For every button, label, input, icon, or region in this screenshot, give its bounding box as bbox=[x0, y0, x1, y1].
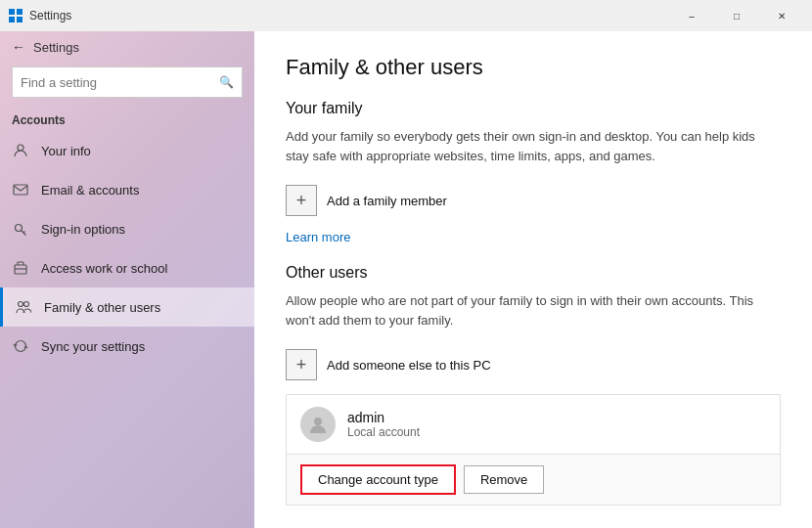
briefcase-icon bbox=[12, 259, 29, 277]
sidebar-back-label: Settings bbox=[33, 40, 79, 55]
add-other-user-row[interactable]: + Add someone else to this PC bbox=[286, 343, 781, 386]
search-input[interactable] bbox=[21, 75, 219, 90]
user-card-top: admin Local account bbox=[287, 395, 780, 454]
sidebar-item-email-accounts[interactable]: Email & accounts bbox=[0, 170, 254, 209]
sidebar-search-box[interactable]: 🔍 bbox=[12, 66, 243, 98]
sidebar-item-sync[interactable]: Sync your settings bbox=[0, 327, 254, 366]
window-title: Settings bbox=[29, 9, 669, 22]
person-icon bbox=[12, 142, 29, 159]
add-family-label: Add a family member bbox=[327, 194, 447, 208]
user-card-admin: admin Local account Change account type … bbox=[286, 394, 781, 506]
svg-rect-1 bbox=[17, 9, 23, 15]
sidebar: ← Settings 🔍 Accounts Your info bbox=[0, 31, 254, 528]
key-icon bbox=[12, 220, 29, 238]
sidebar-item-label-work: Access work or school bbox=[41, 261, 167, 276]
svg-point-11 bbox=[314, 418, 322, 425]
main-panel: Family & other users Your family Add you… bbox=[254, 31, 812, 528]
user-card-actions: Change account type Remove bbox=[287, 454, 780, 505]
sidebar-item-family-users[interactable]: Family & other users bbox=[0, 287, 254, 327]
svg-point-4 bbox=[18, 145, 23, 151]
sidebar-item-label-email: Email & accounts bbox=[41, 183, 139, 198]
maximize-button[interactable]: □ bbox=[714, 0, 759, 31]
svg-rect-5 bbox=[14, 185, 27, 195]
remove-user-button[interactable]: Remove bbox=[464, 465, 544, 494]
other-users-title: Other users bbox=[286, 264, 781, 282]
window-controls: – □ ✕ bbox=[669, 0, 804, 31]
sidebar-back-button[interactable]: ← Settings bbox=[0, 31, 254, 63]
user-type: Local account bbox=[347, 425, 420, 439]
user-avatar bbox=[300, 407, 336, 442]
svg-rect-3 bbox=[17, 17, 23, 22]
sidebar-item-label-signin: Sign-in options bbox=[41, 222, 125, 237]
add-other-plus-icon: + bbox=[286, 349, 317, 380]
svg-rect-2 bbox=[9, 17, 15, 22]
other-users-description: Allow people who are not part of your fa… bbox=[286, 291, 781, 330]
add-family-plus-icon: + bbox=[286, 185, 317, 216]
sidebar-item-label-family: Family & other users bbox=[44, 300, 160, 315]
sidebar-section-accounts: Accounts bbox=[0, 106, 254, 131]
add-other-label: Add someone else to this PC bbox=[327, 358, 491, 373]
app-body: ← Settings 🔍 Accounts Your info bbox=[0, 31, 812, 528]
add-family-member-row[interactable]: + Add a family member bbox=[286, 179, 781, 222]
page-title: Family & other users bbox=[286, 55, 781, 80]
learn-more-link[interactable]: Learn more bbox=[286, 230, 350, 244]
user-info: admin Local account bbox=[347, 410, 420, 439]
app-icon bbox=[8, 8, 23, 23]
svg-point-9 bbox=[19, 302, 23, 307]
sidebar-item-your-info[interactable]: Your info bbox=[0, 131, 254, 170]
your-family-description: Add your family so everybody gets their … bbox=[286, 127, 781, 165]
svg-rect-0 bbox=[9, 9, 15, 15]
sidebar-item-sign-in[interactable]: Sign-in options bbox=[0, 209, 254, 248]
back-arrow-icon: ← bbox=[12, 39, 25, 55]
user-name: admin bbox=[347, 410, 420, 425]
svg-point-10 bbox=[24, 302, 29, 307]
close-button[interactable]: ✕ bbox=[759, 0, 804, 31]
search-icon: 🔍 bbox=[219, 75, 234, 89]
svg-point-6 bbox=[16, 225, 23, 232]
sync-icon bbox=[12, 337, 29, 355]
family-icon bbox=[15, 298, 32, 316]
sidebar-item-label-sync: Sync your settings bbox=[41, 339, 145, 354]
title-bar: Settings – □ ✕ bbox=[0, 0, 812, 31]
sidebar-item-access-work[interactable]: Access work or school bbox=[0, 248, 254, 287]
minimize-button[interactable]: – bbox=[669, 0, 714, 31]
your-family-title: Your family bbox=[286, 100, 781, 117]
email-icon bbox=[12, 181, 29, 198]
sidebar-item-label-your-info: Your info bbox=[41, 144, 91, 158]
change-account-type-button[interactable]: Change account type bbox=[300, 464, 456, 495]
